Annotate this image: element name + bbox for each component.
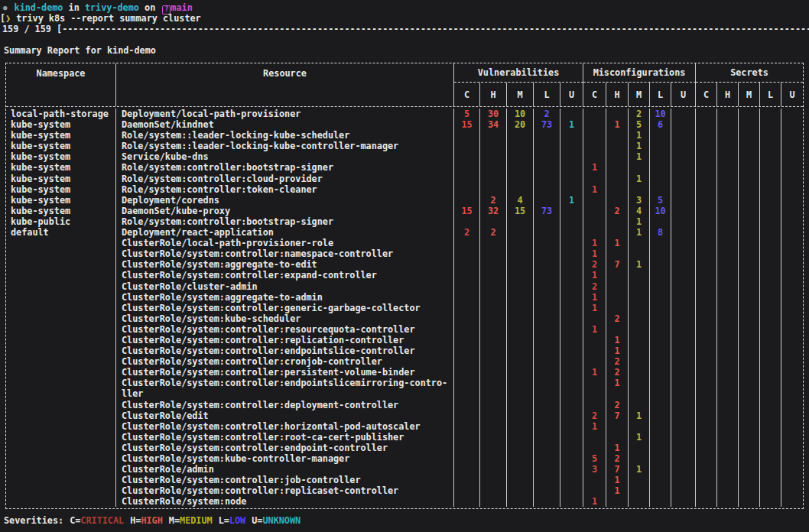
- cell-v-h: 2: [480, 195, 507, 206]
- cell-m-u: [671, 174, 696, 184]
- cell-m-h: 7: [606, 259, 629, 270]
- legend-item-medium: M=MEDIUM: [169, 515, 213, 526]
- cell-m-m: [629, 496, 650, 507]
- cell-s-l: [760, 367, 781, 378]
- cell-s-m: [739, 335, 760, 345]
- cell-s-c: [696, 400, 717, 410]
- cell-m-h: 2: [606, 453, 629, 464]
- cell-s-m: [739, 400, 760, 410]
- cell-v-u: [560, 109, 583, 119]
- cell-namespace: [6, 485, 116, 496]
- cell-s-m: [739, 238, 760, 248]
- cell-namespace: [6, 410, 116, 421]
- cell-v-c: 15: [454, 206, 480, 216]
- cell-m-u: [671, 281, 696, 292]
- cell-s-c: [696, 141, 717, 151]
- cell-v-l: [534, 421, 560, 432]
- cell-resource: ClusterRole/system:aggregate-to-admin: [116, 292, 454, 303]
- cell-v-m: [507, 475, 534, 485]
- cell-m-u: [671, 216, 696, 227]
- cell-s-u: [781, 464, 803, 475]
- cell-s-m: [739, 356, 760, 367]
- cell-namespace: kube-system: [6, 141, 116, 151]
- cell-v-u: [560, 303, 583, 313]
- cell-m-m: 1: [629, 151, 650, 162]
- cell-s-m: [739, 206, 760, 216]
- cell-s-u: [781, 496, 803, 507]
- cell-v-u: [560, 248, 583, 259]
- cell-v-h: [480, 345, 507, 356]
- cell-v-m: [507, 367, 534, 378]
- cell-m-l: [650, 292, 671, 303]
- cell-v-h: [480, 281, 507, 292]
- table-row: kube-systemService/kube-dns1: [6, 151, 803, 162]
- cell-v-u: [560, 443, 583, 453]
- cell-m-u: [671, 130, 696, 141]
- cell-v-m: [507, 141, 534, 151]
- cell-m-m: [629, 356, 650, 367]
- cell-s-c: [696, 195, 717, 206]
- cell-m-u: [671, 119, 696, 130]
- command-line: [❯trivy k8s --report summary cluster: [0, 13, 201, 24]
- cell-m-c: 1: [583, 496, 606, 507]
- cell-m-l: 10: [650, 109, 671, 119]
- cell-v-c: [454, 216, 480, 227]
- cell-s-l: [760, 432, 781, 443]
- cell-m-u: [671, 335, 696, 345]
- table-row: ClusterRole/system:controller:cronjob-co…: [6, 356, 803, 367]
- cell-v-c: [454, 464, 480, 475]
- cell-v-l: 2: [534, 109, 560, 119]
- cell-s-m: [739, 281, 760, 292]
- cell-m-m: [629, 324, 650, 335]
- cell-m-u: [671, 356, 696, 367]
- cell-v-l: [534, 378, 560, 399]
- cell-m-c: [583, 109, 606, 119]
- cell-s-u: [781, 162, 803, 173]
- cell-v-m: 15: [507, 206, 534, 216]
- cell-v-m: [507, 443, 534, 453]
- cell-namespace: [6, 238, 116, 248]
- cell-s-u: [781, 410, 803, 421]
- status-dot-icon: ●: [3, 4, 7, 11]
- progress-label: 159 / 159 [: [2, 24, 62, 34]
- cell-s-l: [760, 485, 781, 496]
- cell-m-l: [650, 485, 671, 496]
- table-row: ClusterRole/system:controller:horizontal…: [6, 421, 803, 432]
- cell-resource: Deployment/react-application: [116, 227, 454, 238]
- cell-v-u: [560, 378, 583, 399]
- cell-namespace: [6, 443, 116, 453]
- cell-s-l: [760, 162, 781, 173]
- cell-s-u: [781, 238, 803, 248]
- cell-resource: Role/system::leader-locking-kube-control…: [116, 141, 454, 151]
- cell-v-u: [560, 227, 583, 238]
- cell-s-l: [760, 270, 781, 281]
- cell-s-l: [760, 174, 781, 184]
- subcol-header-m-l: L: [650, 83, 671, 106]
- cell-m-m: 1: [629, 141, 650, 151]
- cell-v-l: 73: [534, 206, 560, 216]
- cell-s-u: [781, 453, 803, 464]
- legend-value: MEDIUM: [180, 515, 213, 526]
- cell-m-l: 6: [650, 119, 671, 130]
- cell-m-l: [650, 174, 671, 184]
- cell-s-u: [781, 378, 803, 399]
- cell-v-h: [480, 216, 507, 227]
- cell-s-l: [760, 378, 781, 399]
- cell-v-h: [480, 485, 507, 496]
- cell-s-c: [696, 496, 717, 507]
- cell-v-l: [534, 270, 560, 281]
- cell-s-m: [739, 313, 760, 324]
- cell-v-l: [534, 303, 560, 313]
- terminal-window[interactable]: ● kind-demo in trivy-demo on ?main [❯tri…: [0, 0, 809, 532]
- cell-v-h: [480, 475, 507, 485]
- cell-v-u: [560, 485, 583, 496]
- cell-v-c: [454, 367, 480, 378]
- cell-s-u: [781, 259, 803, 270]
- cell-v-u: [560, 335, 583, 345]
- cell-v-c: 2: [454, 227, 480, 238]
- cell-v-u: [560, 206, 583, 216]
- cell-m-c: [583, 400, 606, 410]
- cell-v-c: [454, 151, 480, 162]
- legend-title: Severities:: [4, 515, 63, 526]
- cell-resource: ClusterRole/system:controller:root-ca-ce…: [116, 432, 454, 443]
